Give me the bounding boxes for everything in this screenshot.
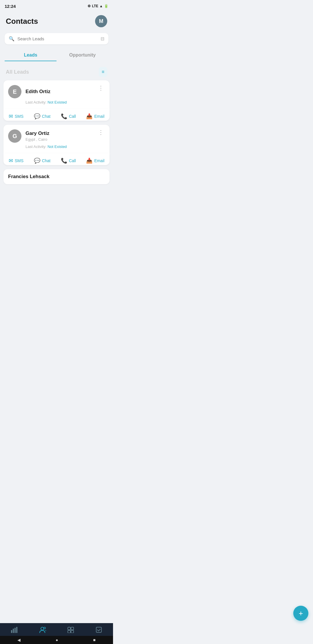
settings-icon: ⚙ xyxy=(88,4,91,8)
contact-text-gary: Gary Ortiz Egypt , Cairo xyxy=(26,131,49,142)
chat-button-edith[interactable]: 💬 Chat xyxy=(34,113,51,120)
all-leads-title: All Leads xyxy=(6,69,29,75)
search-input[interactable] xyxy=(17,36,101,41)
contact-info-edith[interactable]: E Edith Ortiz ⋮ Last Activity: Not Exist… xyxy=(3,80,110,109)
avatar-gary: G xyxy=(8,129,21,143)
more-options-gary[interactable]: ⋮ xyxy=(97,129,105,135)
action-row-edith: ✉ SMS 💬 Chat 📞 Call 📥 Email xyxy=(3,109,110,121)
network-label: LTE xyxy=(92,4,98,8)
partial-contact-name: Francies Lehsack xyxy=(8,174,105,180)
contact-info-gary[interactable]: G Gary Ortiz Egypt , Cairo ⋮ Last Activi… xyxy=(3,125,110,153)
action-row-gary: ✉ SMS 💬 Chat 📞 Call 📥 Email xyxy=(3,153,110,165)
page-title: Contacts xyxy=(6,17,38,26)
call-icon-gary: 📞 xyxy=(61,158,67,164)
email-button-gary[interactable]: 📥 Email xyxy=(86,158,104,164)
contact-card-edith: E Edith Ortiz ⋮ Last Activity: Not Exist… xyxy=(0,80,113,121)
more-options-edith[interactable]: ⋮ xyxy=(97,85,105,91)
contact-details-gary: G Gary Ortiz Egypt , Cairo xyxy=(8,129,49,143)
header: Contacts M xyxy=(0,10,113,31)
filter-list-icon: ≡ xyxy=(102,69,104,74)
search-icon: 🔍 xyxy=(9,36,14,41)
sms-button-gary[interactable]: ✉ SMS xyxy=(9,158,23,164)
search-bar: 🔍 ⊟ xyxy=(5,33,108,44)
tab-opportunity[interactable]: Opportunity xyxy=(57,49,108,61)
partial-contact-card: Francies Lehsack xyxy=(3,169,110,184)
filter-button[interactable]: ≡ xyxy=(99,67,107,77)
email-button-edith[interactable]: 📥 Email xyxy=(86,113,104,120)
email-icon-gary: 📥 xyxy=(86,158,92,164)
contact-text-edith: Edith Ortiz xyxy=(26,89,50,95)
tabs-container: Leads Opportunity xyxy=(0,49,113,61)
chat-icon-gary: 💬 xyxy=(34,158,40,164)
section-header: All Leads ≡ xyxy=(0,65,113,80)
contact-name-edith: Edith Ortiz xyxy=(26,89,50,95)
chat-icon-edith: 💬 xyxy=(34,113,40,120)
chat-button-gary[interactable]: 💬 Chat xyxy=(34,158,51,164)
signal-icon: ▲ xyxy=(99,4,103,8)
status-bar: 12:24 ⚙ LTE ▲ 🔋 xyxy=(0,0,113,10)
contact-activity-edith: Last Activity: Not Existed xyxy=(26,100,105,104)
contact-details-edith: E Edith Ortiz xyxy=(8,85,50,98)
call-icon-edith: 📞 xyxy=(61,113,67,120)
contact-card-gary: G Gary Ortiz Egypt , Cairo ⋮ Last Activi… xyxy=(0,125,113,165)
sms-icon-gary: ✉ xyxy=(9,158,13,164)
contact-name-gary: Gary Ortiz xyxy=(26,131,49,136)
tab-leads[interactable]: Leads xyxy=(5,49,57,61)
battery-icon: 🔋 xyxy=(104,4,108,8)
email-icon-edith: 📥 xyxy=(86,113,92,120)
contact-location-gary: Egypt , Cairo xyxy=(26,137,49,142)
avatar-edith: E xyxy=(8,85,21,98)
filter-icon[interactable]: ⊟ xyxy=(101,36,104,41)
status-time: 12:24 xyxy=(5,4,16,9)
user-avatar[interactable]: M xyxy=(95,15,107,27)
call-button-gary[interactable]: 📞 Call xyxy=(61,158,76,164)
sms-icon-edith: ✉ xyxy=(9,113,13,120)
contact-activity-gary: Last Activity: Not Existed xyxy=(26,144,105,149)
sms-button-edith[interactable]: ✉ SMS xyxy=(9,113,23,120)
status-icons: ⚙ LTE ▲ 🔋 xyxy=(88,4,108,8)
call-button-edith[interactable]: 📞 Call xyxy=(61,113,76,120)
